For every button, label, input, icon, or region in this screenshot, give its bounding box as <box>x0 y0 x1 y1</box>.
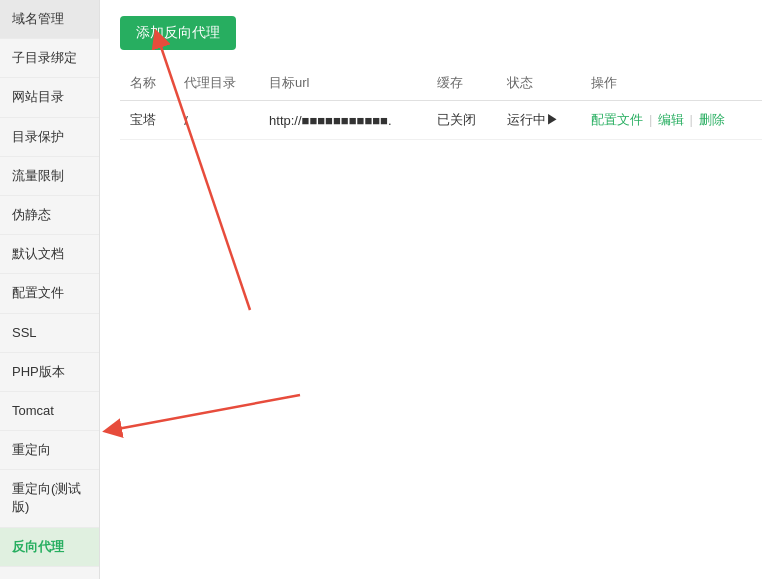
proxy-table: 名称 代理目录 目标url 缓存 状态 操作 宝塔 / http://■■■■■… <box>120 66 762 140</box>
col-header-target-url: 目标url <box>259 66 427 101</box>
action-config-file[interactable]: 配置文件 <box>591 112 643 127</box>
sidebar-item-redirect[interactable]: 重定向 <box>0 431 99 470</box>
col-header-status: 状态 <box>497 66 582 101</box>
sidebar-item-access-limit[interactable]: 防流量 <box>0 567 99 579</box>
row-proxy-dir: / <box>174 101 259 140</box>
svg-line-3 <box>112 395 300 430</box>
sidebar-item-pseudo-static[interactable]: 伪静态 <box>0 196 99 235</box>
row-name: 宝塔 <box>120 101 174 140</box>
action-delete[interactable]: 删除 <box>699 112 725 127</box>
sidebar-item-reverse-proxy[interactable]: 反向代理 <box>0 528 99 567</box>
row-status: 运行中▶ <box>497 101 582 140</box>
table-row: 宝塔 / http://■■■■■■■■■■■. 已关闭 运行中▶ 配置文件 |… <box>120 101 762 140</box>
action-sep-1: | <box>649 112 652 127</box>
col-header-proxy-dir: 代理目录 <box>174 66 259 101</box>
action-edit[interactable]: 编辑 <box>658 112 684 127</box>
action-sep-2: | <box>690 112 693 127</box>
col-header-actions: 操作 <box>581 66 762 101</box>
row-cache: 已关闭 <box>427 101 497 140</box>
add-reverse-proxy-button[interactable]: 添加反向代理 <box>120 16 236 50</box>
sidebar-item-domain-manage[interactable]: 域名管理 <box>0 0 99 39</box>
main-content: 添加反向代理 名称 代理目录 目标url 缓存 状态 操作 宝塔 / http:… <box>100 0 782 579</box>
sidebar-item-dir-protect[interactable]: 目录保护 <box>0 118 99 157</box>
sidebar-item-redirect-test[interactable]: 重定向(测试版) <box>0 470 99 527</box>
sidebar: 域名管理 子目录绑定 网站目录 目录保护 流量限制 伪静态 默认文档 配置文件 … <box>0 0 100 579</box>
row-actions: 配置文件 | 编辑 | 删除 <box>581 101 762 140</box>
col-header-name: 名称 <box>120 66 174 101</box>
sidebar-item-tomcat[interactable]: Tomcat <box>0 392 99 431</box>
sidebar-item-ssl[interactable]: SSL <box>0 314 99 353</box>
col-header-cache: 缓存 <box>427 66 497 101</box>
sidebar-item-traffic-limit[interactable]: 流量限制 <box>0 157 99 196</box>
sidebar-item-subdir-bind[interactable]: 子目录绑定 <box>0 39 99 78</box>
sidebar-item-website-dir[interactable]: 网站目录 <box>0 78 99 117</box>
sidebar-item-php-version[interactable]: PHP版本 <box>0 353 99 392</box>
sidebar-item-default-doc[interactable]: 默认文档 <box>0 235 99 274</box>
sidebar-item-config-file[interactable]: 配置文件 <box>0 274 99 313</box>
row-target-url: http://■■■■■■■■■■■. <box>259 101 427 140</box>
